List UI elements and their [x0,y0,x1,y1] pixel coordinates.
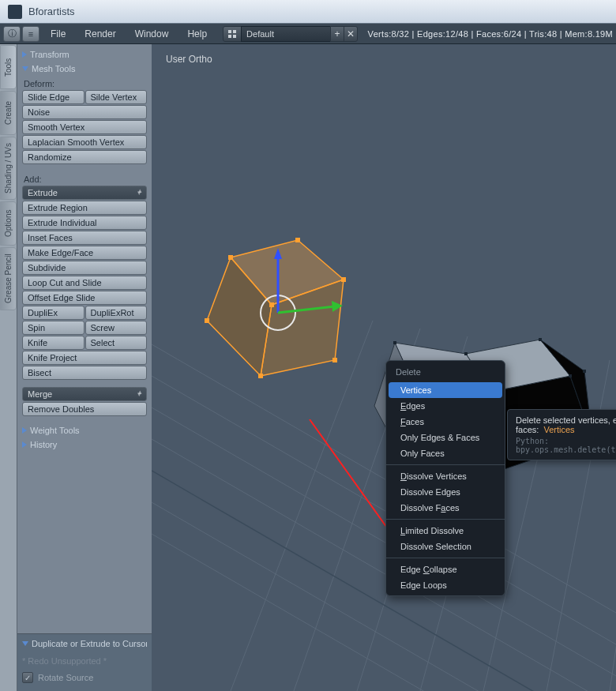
window-titlebar: Bforartists [0,0,616,24]
menu-option-edge-collapse[interactable]: Edge Collapse [386,561,505,577]
history-panel-header[interactable]: History [22,438,147,452]
menu-window[interactable]: Window [126,28,178,39]
scene-stats: Verts:8/32 | Edges:12/48 | Faces:6/24 | … [368,29,613,39]
operator-panel-header[interactable]: Duplicate or Extrude to Cursor [22,639,147,648]
tool-panel: Transform Mesh Tools Deform: Slide Edge … [17,44,152,691]
vtab-options[interactable]: Options [0,201,17,246]
delete-context-menu: Delete Vertices Edges Faces Only Edges &… [385,360,505,596]
menu-divider [386,519,505,520]
bisect-button[interactable]: Bisect [22,366,147,380]
svg-rect-24 [341,277,346,282]
app-icon [8,5,22,19]
make-edge-face-button[interactable]: Make Edge/Face [22,246,147,260]
svg-rect-2 [228,35,231,38]
svg-rect-27 [258,374,263,378]
remove-doubles-button[interactable]: Remove Doubles [22,402,147,416]
svg-line-8 [152,471,616,691]
menu-option-only-edges-faces[interactable]: Only Edges & Faces [386,430,505,445]
vtab-create[interactable]: Create [0,91,17,135]
menu-option-faces[interactable]: Faces [386,414,505,430]
offset-edge-slide-button[interactable]: Offset Edge Slide [22,291,147,305]
extrude-individual-button[interactable]: Extrude Individual [22,216,147,230]
randomize-button[interactable]: Randomize [22,150,147,164]
inset-faces-button[interactable]: Inset Faces [22,231,147,245]
extrude-region-button[interactable]: Extrude Region [22,201,147,215]
select-button[interactable]: Select [85,336,148,350]
noise-button[interactable]: Noise [22,105,147,119]
mesh-tools-panel-header[interactable]: Mesh Tools [22,62,147,76]
tooltip: Delete selected vertices, edges or faces… [507,409,616,460]
menu-file[interactable]: File [41,28,75,39]
menu-option-edges[interactable]: Edges [386,398,505,414]
smooth-vertex-button[interactable]: Smooth Vertex [22,120,147,134]
layout-selector: Default + ✕ [223,26,358,42]
chevron-right-icon [22,427,27,434]
operator-panel: Duplicate or Extrude to Cursor * Redo Un… [17,633,152,691]
layout-dropdown[interactable]: Default [241,26,331,42]
svg-rect-40 [393,341,396,344]
svg-line-7 [152,439,616,691]
menu-option-only-faces[interactable]: Only Faces [386,445,505,461]
menu-option-dissolve-faces[interactable]: Dissolve Faces [386,500,505,516]
extrude-dropdown[interactable]: Extrude [22,186,147,200]
mesh-tools-header-label: Mesh Tools [32,64,75,73]
chevron-down-icon [22,66,28,71]
menu-option-vertices[interactable]: Vertices [389,382,502,398]
layout-close-button[interactable]: ✕ [344,26,358,42]
transform-panel-header[interactable]: Transform [22,47,147,62]
menu-toggle-button[interactable]: ≡ [22,26,39,42]
svg-rect-45 [569,374,572,377]
svg-line-9 [152,502,616,691]
3d-viewport[interactable]: User Ortho [152,44,616,691]
deform-section-label: Deform: [22,76,147,90]
svg-rect-22 [228,255,233,260]
svg-rect-44 [539,338,542,341]
rotate-source-label: Rotate Source [38,673,93,682]
menu-option-dissolve-edges[interactable]: Dissolve Edges [386,484,505,500]
menu-render[interactable]: Render [75,28,125,39]
rotate-source-checkbox[interactable]: ✓ [22,672,33,683]
selected-cube[interactable] [205,238,346,378]
menu-option-limited-dissolve[interactable]: Limited Dissolve [386,523,505,539]
layout-grid-button[interactable] [223,26,242,42]
merge-dropdown[interactable]: Merge [22,387,147,401]
rotate-source-row[interactable]: ✓ Rotate Source [22,669,147,686]
dupliexrot-button[interactable]: DupliExRot [85,306,148,320]
menu-option-dissolve-vertices[interactable]: Dissolve Vertices [386,468,505,484]
vtab-tools[interactable]: Tools [0,45,17,89]
vtab-shading-uvs[interactable]: Shading / UVs [0,137,17,200]
laplacian-smooth-vertex-button[interactable]: Laplacian Smooth Vertex [22,135,147,149]
svg-line-18 [152,471,616,691]
vtab-grease-pencil[interactable]: Grease Pencil [0,247,17,310]
subdivide-button[interactable]: Subdivide [22,261,147,275]
svg-rect-26 [332,358,337,362]
slide-edge-button[interactable]: Slide Edge [22,90,85,104]
weight-tools-panel-header[interactable]: Weight Tools [22,423,147,438]
knife-project-button[interactable]: Knife Project [22,351,147,365]
dupliex-button[interactable]: DupliEx [22,306,85,320]
transform-header-label: Transform [30,50,69,59]
spin-button[interactable]: Spin [22,321,85,335]
viewport-scene [152,44,616,691]
info-icon-button[interactable]: ⓘ [3,26,21,42]
context-menu-title: Delete [386,363,505,382]
screw-button[interactable]: Screw [85,321,148,335]
add-section-label: Add: [22,171,147,186]
svg-rect-1 [233,30,236,33]
knife-button[interactable]: Knife [22,336,85,350]
svg-rect-0 [228,30,231,33]
svg-rect-25 [269,302,274,307]
chevron-down-icon [22,641,28,646]
svg-rect-41 [464,352,468,355]
loop-cut-slide-button[interactable]: Loop Cut and Slide [22,276,147,290]
slide-vertex-button[interactable]: Silde Vertex [85,90,148,104]
layout-add-button[interactable]: + [330,26,344,42]
menu-help[interactable]: Help [178,28,216,39]
svg-rect-46 [583,370,586,373]
tooltip-text: Delete selected vertices, edges or faces… [516,415,616,434]
menu-option-edge-loops[interactable]: Edge Loops [386,577,505,593]
menu-option-dissolve-selection[interactable]: Dissolve Selection [386,539,505,554]
svg-rect-28 [205,318,209,323]
svg-rect-23 [295,238,300,242]
top-menubar: ⓘ ≡ File Render Window Help Default + ✕ … [0,24,616,44]
